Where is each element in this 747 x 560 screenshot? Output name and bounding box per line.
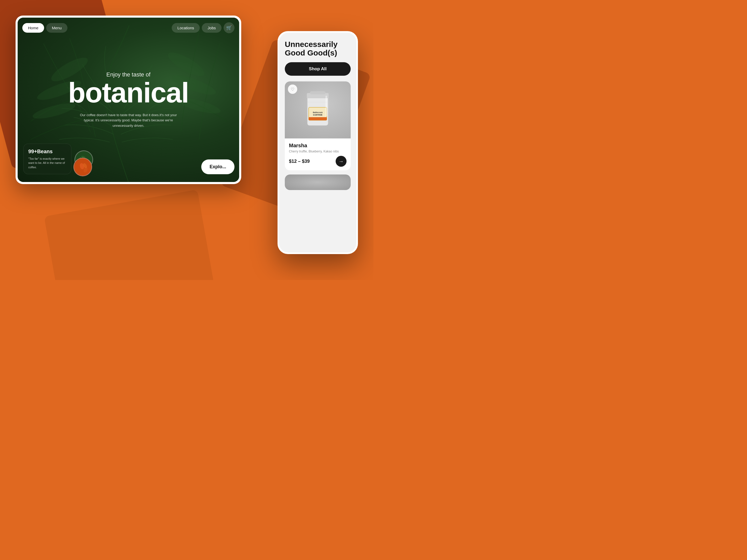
mobile-screen: UnnecessarilyGood Good(s) Shop All <box>279 33 356 252</box>
home-nav-button[interactable]: Home <box>22 23 44 33</box>
info-card-description: "Too far" is exactly where we want to be… <box>28 157 67 169</box>
product-card: Battlecreek COFFEE ♡ Marsha <box>285 81 351 170</box>
add-icon: → <box>338 158 344 164</box>
cart-button[interactable]: 🛒 <box>224 22 234 33</box>
mobile-content: UnnecessarilyGood Good(s) Shop All <box>279 33 356 195</box>
svg-rect-19 <box>309 117 327 120</box>
hero-content: Enjoy the taste of botanical Our coffee … <box>40 71 217 129</box>
product-image-area: Battlecreek COFFEE ♡ <box>285 81 351 138</box>
info-card: 99+Beans "Too far" is exactly where we w… <box>23 144 71 175</box>
heart-button[interactable]: ♡ <box>288 84 297 94</box>
hero-title: botanical <box>40 79 217 106</box>
bg-shadow-3 <box>44 189 215 280</box>
hero-subtitle: Enjoy the taste of <box>40 71 217 78</box>
product-description: Cherry truffle, Blueberry, Kakao nibs <box>289 150 346 153</box>
shop-all-button[interactable]: Shop All <box>285 62 351 76</box>
menu-nav-button[interactable]: Menu <box>46 23 68 33</box>
product-card-2-background <box>285 175 351 190</box>
svg-rect-21 <box>326 96 327 116</box>
svg-text:Battlecreek: Battlecreek <box>313 111 323 113</box>
mobile-title: UnnecessarilyGood Good(s) <box>285 40 351 57</box>
tablet-navbar: Home Menu Locations Jobs 🛒 <box>22 22 234 33</box>
product-name: Marsha <box>289 142 346 149</box>
product-info: Marsha Cherry truffle, Blueberry, Kakao … <box>285 138 351 170</box>
heart-icon: ♡ <box>291 87 294 92</box>
svg-rect-20 <box>310 91 326 95</box>
add-to-cart-button[interactable]: → <box>336 156 346 167</box>
locations-nav-button[interactable]: Locations <box>172 23 200 33</box>
tablet-screen: Home Menu Locations Jobs 🛒 Enjoy the tas… <box>18 18 239 182</box>
mobile-title-text: UnnecessarilyGood Good(s) <box>285 40 337 57</box>
jobs-nav-button[interactable]: Jobs <box>202 23 222 33</box>
bean-images <box>73 150 94 176</box>
coffee-bag-image: Battlecreek COFFEE <box>300 87 336 133</box>
svg-text:COFFEE: COFFEE <box>313 113 323 116</box>
product-price: $12 – $39 <box>289 159 310 164</box>
mobile-device: UnnecessarilyGood Good(s) Shop All <box>278 31 358 254</box>
info-card-title: 99+Beans <box>28 149 67 155</box>
tablet-device: Home Menu Locations Jobs 🛒 Enjoy the tas… <box>16 16 241 184</box>
hero-description: Our coffee doesn't have to taste that wa… <box>77 112 180 128</box>
product-footer: $12 – $39 → <box>289 156 346 167</box>
explore-button[interactable]: Explo... <box>201 159 234 174</box>
cart-icon: 🛒 <box>226 25 232 31</box>
nav-right: Locations Jobs 🛒 <box>172 22 234 33</box>
product-card-2 <box>285 175 351 190</box>
nav-left: Home Menu <box>22 23 68 33</box>
bean-bottom-circle <box>73 158 92 176</box>
